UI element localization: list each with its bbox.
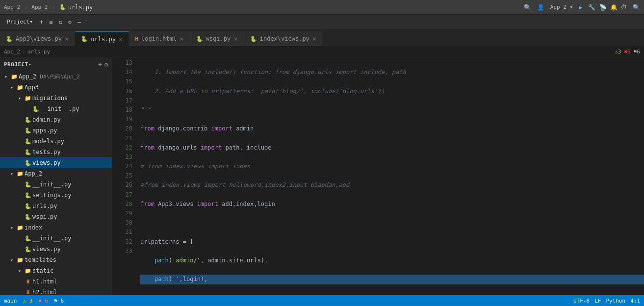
line-ending: LF [594, 298, 601, 304]
code-line-16: from django.contrib import admin [140, 124, 644, 133]
py-icon: 🐍 [24, 192, 32, 199]
warning-status[interactable]: ⚠ 3 [23, 298, 33, 304]
sidebar-item-init1[interactable]: 🐍 __init__.py [0, 103, 112, 114]
git-branch: main [4, 298, 17, 304]
code-line-24: path('',login), [140, 275, 644, 284]
minimize-icon[interactable]: – [76, 18, 83, 26]
code-line-13: 1. Import the include() function: from d… [140, 68, 644, 77]
sidebar-item-admin[interactable]: 🐍 admin.py [0, 114, 112, 125]
py-icon: 🐍 [196, 36, 203, 42]
folder-icon: 📁 [10, 74, 19, 80]
py-icon: 🐍 [81, 36, 88, 42]
sidebar-item-app2-root[interactable]: ▾ 📁 App_2 DA\代码\App_2 [0, 71, 112, 82]
py-icon: 🐍 [250, 36, 257, 42]
py-icon: 🐍 [24, 203, 32, 209]
code-line-21 [140, 218, 644, 228]
sidebar-item-templates[interactable]: ▾ 📁 templates [0, 255, 112, 265]
sidebar-item-h2[interactable]: H h2.html [0, 287, 112, 295]
tab-close[interactable]: × [180, 35, 183, 42]
settings-icon[interactable]: ⚙ [66, 18, 74, 26]
tabbar: 🐍 App3\views.py × 🐍 urls.py × H login.ht… [0, 29, 644, 47]
error-count: ✖6 [624, 49, 631, 55]
tab-label: wsgi.py [206, 35, 231, 42]
tab-app3views[interactable]: 🐍 App3\views.py × [0, 31, 75, 46]
folder-icon: 📁 [16, 225, 25, 231]
sidebar-item-init3[interactable]: 🐍 __init__.py [0, 233, 112, 244]
line-numbers: 13 14 15 16 17 18 19 20 21 22 23 24 25 2… [113, 57, 136, 295]
sidebar-item-settings[interactable]: 🐍 settings.py [0, 190, 112, 201]
sidebar-item-h1[interactable]: H h1.html [0, 276, 112, 287]
collapse-icon[interactable]: ⇅ [56, 18, 64, 26]
py-icon: 🐍 [6, 36, 13, 42]
py-icon: 🐍 [24, 214, 32, 220]
info-status[interactable]: ⚑ 6 [54, 298, 64, 304]
code-content[interactable]: 1. Import the include() function: from d… [136, 57, 644, 295]
encoding: UTF-8 [573, 298, 590, 304]
sidebar-item-views[interactable]: 🐍 views.py [0, 157, 112, 168]
sidebar-item-init2[interactable]: 🐍 __init__.py [0, 179, 112, 190]
sidebar-item-wsgi[interactable]: 🐍 wsgi.py [0, 211, 112, 222]
tab-close[interactable]: × [65, 35, 69, 42]
main-area: Project▾ + ⚙ ▾ 📁 App_2 DA\代码\App_2 ▾ 📁 A… [0, 57, 644, 295]
html-icon: H [135, 36, 138, 42]
sidebar-item-tests[interactable]: 🐍 tests.py [0, 147, 112, 157]
sidebar-item-app2-folder[interactable]: ▾ 📁 App_2 [0, 168, 112, 179]
tab-label: index\views.py [260, 35, 309, 42]
sidebar-item-migrations[interactable]: ▾ 📁 migrations [0, 93, 112, 103]
warning-count: ⚠3 [615, 49, 621, 55]
run-icon[interactable]: ▶ [579, 4, 582, 11]
sidebar-item-static[interactable]: ▾ 📁 static [0, 265, 112, 276]
app2-label: App_2 ▾ [550, 4, 573, 10]
sidebar-item-urls[interactable]: 🐍 urls.py [0, 201, 112, 211]
titlebar: App_2 › App_2 › 🐍 urls.py 🔍 👤 App_2 ▾ ▶ … [0, 0, 644, 15]
py-icon: 🐍 [24, 160, 32, 166]
py-icon: 🐍 [24, 117, 32, 123]
tab-indexviews[interactable]: 🐍 index\views.py × [244, 31, 323, 46]
info-count: ⚑6 [634, 49, 640, 55]
code-line-25: # path('add/',add), [140, 294, 644, 295]
sidebar-item-index[interactable]: ▾ 📁 index [0, 222, 112, 233]
maximize-search[interactable]: 🔍 [633, 4, 640, 11]
code-line-14: 2. Add a URL to urlpatterns: path('blog/… [140, 87, 644, 96]
list-icon[interactable]: ≡ [47, 18, 54, 26]
add-icon[interactable]: + [38, 18, 45, 26]
code-editor[interactable]: 13 14 15 16 17 18 19 20 21 22 23 24 25 2… [113, 57, 644, 295]
error-status[interactable]: ✖ 6 [38, 298, 48, 304]
debug-icons: 🔧 📡 🔔 ⏱ [588, 4, 627, 11]
user-icon[interactable]: 👤 [537, 4, 544, 11]
search-icon[interactable]: 🔍 [524, 4, 531, 11]
html-icon: H [24, 279, 32, 284]
toolbar: Project▾ + ≡ ⇅ ⚙ – [0, 15, 644, 29]
folder-icon: 📁 [16, 257, 25, 263]
py-icon: 🐍 [24, 138, 32, 145]
sidebar-item-app3[interactable]: ▾ 📁 App3 [0, 82, 112, 93]
tab-close[interactable]: × [119, 36, 123, 43]
tab-login[interactable]: H login.html × [129, 31, 190, 46]
title-app2: App_2 [4, 4, 20, 10]
code-line-20: from App3.views import add,index,login [140, 200, 644, 209]
title-app2-2: App_2 [31, 4, 48, 10]
sidebar-item-models[interactable]: 🐍 models.py [0, 136, 112, 147]
tab-urls[interactable]: 🐍 urls.py × [75, 31, 129, 46]
code-line-17: from django.urls import path, include [140, 143, 644, 153]
code-line-15: """ [140, 105, 644, 115]
tab-close[interactable]: × [312, 35, 316, 42]
py-icon: 🐍 [24, 235, 32, 242]
cursor-pos: 4:1 [630, 298, 640, 304]
tab-close[interactable]: × [233, 35, 237, 42]
language: Python [606, 298, 625, 304]
statusbar: main ⚠ 3 ✖ 6 ⚑ 6 UTF-8 LF Python 4:1 [0, 295, 644, 306]
py-icon: 🐍 [24, 128, 32, 134]
folder-icon: 📁 [24, 268, 32, 274]
sidebar-item-apps[interactable]: 🐍 apps.py [0, 125, 112, 136]
py-icon: 🐍 [24, 149, 32, 155]
sidebar-add-icon[interactable]: + [98, 61, 102, 68]
sidebar-settings-icon[interactable]: ⚙ [104, 61, 108, 68]
title-urls: 🐍 urls.py [59, 4, 93, 11]
folder-icon: 📁 [24, 95, 32, 102]
tab-wsgi[interactable]: 🐍 wsgi.py × [190, 31, 244, 46]
project-button[interactable]: Project▾ [4, 18, 36, 26]
code-line-19: #from index.views import helloword,index… [140, 180, 644, 190]
py-icon: 🐍 [31, 106, 40, 112]
sidebar-item-index-views[interactable]: 🐍 views.py [0, 244, 112, 255]
